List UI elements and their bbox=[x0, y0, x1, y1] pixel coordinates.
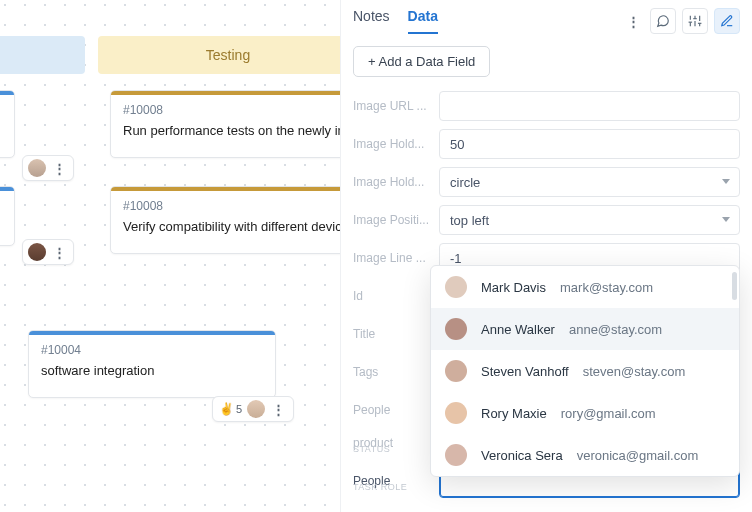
more-icon[interactable]: ⋮ bbox=[51, 161, 68, 176]
card-chips-d[interactable]: ✌️5 ⋮ bbox=[212, 396, 294, 422]
person-email: steven@stay.com bbox=[583, 364, 686, 379]
label-tags: Tags bbox=[353, 365, 431, 379]
person-name: Mark Davis bbox=[481, 280, 546, 295]
person-name: Veronica Sera bbox=[481, 448, 563, 463]
person-email: anne@stay.com bbox=[569, 322, 662, 337]
person-email: veronica@gmail.com bbox=[577, 448, 699, 463]
label-people-role-sub: TASK ROLE bbox=[353, 482, 431, 492]
more-icon[interactable]: ⋮ bbox=[270, 402, 287, 417]
avatar bbox=[28, 243, 46, 261]
tab-notes[interactable]: Notes bbox=[353, 8, 390, 34]
panel-actions: ⋮ bbox=[625, 8, 740, 34]
avatar bbox=[445, 276, 467, 298]
board-area: Testing gi ⋮ ⋮ #10008 Run performance te… bbox=[0, 0, 340, 512]
label-title: Title bbox=[353, 327, 431, 341]
card-compat[interactable]: #10008 Verify compatibility with differe… bbox=[110, 186, 355, 254]
card-truncated-2[interactable] bbox=[0, 186, 15, 246]
avatar bbox=[445, 318, 467, 340]
sliders-icon[interactable] bbox=[682, 8, 708, 34]
people-option[interactable]: Steven Vanhoffsteven@stay.com bbox=[431, 350, 739, 392]
select-image-hold-2[interactable] bbox=[439, 167, 740, 197]
people-option[interactable]: Rory Maxierory@gmail.com bbox=[431, 392, 739, 434]
select-image-position[interactable] bbox=[439, 205, 740, 235]
people-option[interactable]: Anne Walkeranne@stay.com bbox=[431, 308, 739, 350]
card-text: Run performance tests on the newly im bbox=[123, 123, 342, 138]
card-text: Verify compatibility with different devi… bbox=[123, 219, 342, 234]
card-id: #10008 bbox=[123, 103, 342, 117]
label-image-hold-2: Image Hold... bbox=[353, 175, 431, 189]
scrollbar[interactable] bbox=[732, 272, 737, 300]
card-chips-2[interactable]: ⋮ bbox=[22, 239, 74, 265]
card-id: #10004 bbox=[41, 343, 263, 357]
tab-data[interactable]: Data bbox=[408, 8, 438, 34]
avatar bbox=[28, 159, 46, 177]
avatar bbox=[445, 402, 467, 424]
input-image-hold-1[interactable] bbox=[439, 129, 740, 159]
people-dropdown[interactable]: Mark Davismark@stay.comAnne Walkeranne@s… bbox=[430, 265, 740, 477]
label-image-url: Image URL ... bbox=[353, 99, 431, 113]
person-email: rory@gmail.com bbox=[561, 406, 656, 421]
people-option[interactable]: Veronica Seraveronica@gmail.com bbox=[431, 434, 739, 476]
people-option[interactable]: Mark Davismark@stay.com bbox=[431, 266, 739, 308]
column-header-blue bbox=[0, 36, 85, 74]
person-name: Steven Vanhoff bbox=[481, 364, 569, 379]
tabs: Notes Data bbox=[353, 8, 438, 34]
person-name: Anne Walker bbox=[481, 322, 555, 337]
avatar bbox=[445, 360, 467, 382]
person-name: Rory Maxie bbox=[481, 406, 547, 421]
label-image-line: Image Line ... bbox=[353, 251, 431, 265]
label-image-hold-1: Image Hold... bbox=[353, 137, 431, 151]
person-email: mark@stay.com bbox=[560, 280, 653, 295]
card-id: #10008 bbox=[123, 199, 342, 213]
add-data-field-button[interactable]: + Add a Data Field bbox=[353, 46, 490, 77]
avatar bbox=[445, 444, 467, 466]
more-icon[interactable]: ⋮ bbox=[51, 245, 68, 260]
card-truncated[interactable]: gi bbox=[0, 90, 15, 158]
input-image-url[interactable] bbox=[439, 91, 740, 121]
card-chips[interactable]: ⋮ bbox=[22, 155, 74, 181]
card-integration[interactable]: #10004 software integration bbox=[28, 330, 276, 398]
card-text: gi bbox=[0, 119, 2, 134]
edit-icon[interactable] bbox=[714, 8, 740, 34]
label-people: People bbox=[353, 403, 431, 417]
more-icon[interactable]: ⋮ bbox=[625, 14, 642, 29]
card-perf-tests[interactable]: #10008 Run performance tests on the newl… bbox=[110, 90, 355, 158]
column-header-testing: Testing bbox=[98, 36, 358, 74]
count-chip: ✌️5 bbox=[219, 402, 242, 416]
label-id: Id bbox=[353, 289, 431, 303]
avatar bbox=[247, 400, 265, 418]
chat-icon[interactable] bbox=[650, 8, 676, 34]
card-text: software integration bbox=[41, 363, 263, 378]
label-image-position: Image Positi... bbox=[353, 213, 431, 227]
